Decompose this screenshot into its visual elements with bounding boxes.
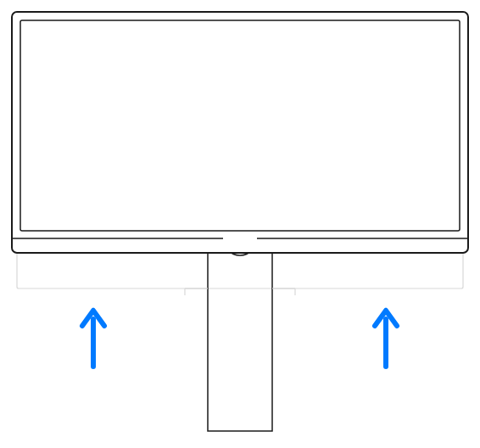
- svg-rect-5: [12, 12, 468, 253]
- svg-rect-0: [208, 253, 272, 431]
- up-arrow-left-icon: [82, 311, 104, 367]
- monitor-illustration-svg: [0, 0, 480, 448]
- monitor-ghost-outline: [17, 253, 463, 288]
- monitor-diagram: [0, 0, 480, 448]
- monitor-stand: [185, 253, 295, 431]
- monitor-body: [12, 12, 468, 253]
- up-arrow-right-icon: [375, 311, 397, 367]
